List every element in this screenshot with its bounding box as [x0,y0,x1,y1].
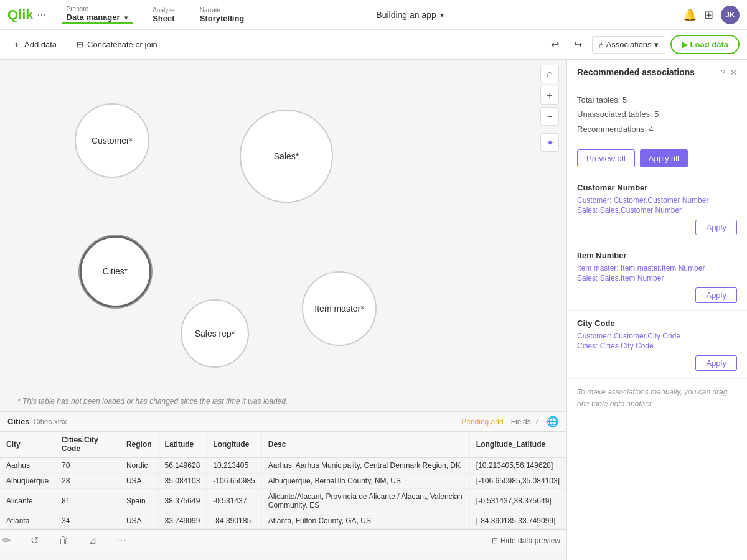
user-avatar[interactable]: JK [721,6,740,24]
hide-data-icon: ⊟ [492,536,498,545]
col-region: Region [120,432,158,457]
rec-card-rec2: Item Number Item master: Item master.Ite… [567,243,747,311]
right-panel: Recommended associations ? ✕ Total table… [566,60,747,560]
bubble-sales-rep[interactable]: Sales rep* [181,299,249,368]
table-cell-col0: Alicante [0,489,55,513]
bubble-customer[interactable]: Customer* [75,103,149,178]
table-cell-col5: Atlanta, Fulton County, GA, US [261,513,469,529]
table-cell-col0: Atlanta [0,513,55,529]
data-table-scroll[interactable]: City Cities.City Code Region Latitude Lo… [0,432,566,529]
more-options-icon[interactable]: ⋯ [114,532,129,549]
table-cell-col1: 34 [55,513,120,529]
nav-narrate-sub: Narrate [200,7,245,14]
rec-detail2-rec1: Sales: Sales.Customer Number [577,206,737,215]
help-icon[interactable]: ? [721,68,725,77]
magic-wand-button[interactable]: ✦ [540,133,559,152]
top-navigation: Qlik ··· Prepare Data manager ▾ Analyze … [0,0,747,30]
qlik-logo[interactable]: Qlik ··· [7,7,47,23]
table-cell-col4: -84.390185 [207,513,261,529]
col-longitude-latitude: Longitude_Latitude [469,432,566,457]
col-desc: Desc [261,432,469,457]
total-tables-stat: Total tables: 5 [577,93,737,107]
panel-header-icons: ? ✕ [721,68,737,77]
apply-button-rec1[interactable]: Apply [695,220,737,235]
concatenate-join-button[interactable]: ⊞ Concatenate or join [72,37,162,52]
apply-all-button[interactable]: Apply all [640,149,688,167]
rec-card-rec1: Customer Number Customer: Customer.Custo… [567,175,747,243]
zoom-out-button[interactable]: － [540,107,559,126]
close-panel-icon[interactable]: ✕ [730,68,737,77]
apply-button-rec3[interactable]: Apply [695,355,737,371]
notification-icon[interactable]: 🔔 [683,8,697,22]
canvas-section: Customer*Sales*Cities*Item master*Sales … [0,60,566,411]
associations-icon: ⑃ [599,40,604,50]
bubble-sales[interactable]: Sales* [240,110,333,203]
qlik-menu-dots[interactable]: ··· [37,8,47,21]
table-cell-col3: 33.749099 [158,513,207,529]
pending-add-label: Pending add [461,418,503,426]
table-cell-col1: 81 [55,489,120,513]
table-row[interactable]: Atlanta34USA33.749099-84.390185Atlanta, … [0,513,566,529]
cities-table: City Cities.City Code Region Latitude Lo… [0,432,566,529]
col-latitude: Latitude [158,432,207,457]
table-cell-col5: Albuquerque, Bernalillo County, NM, US [261,474,469,489]
panel-footer: To make associations manually, you can d… [567,379,747,418]
table-row[interactable]: Aarhus70Nordic56.14962810.213405Aarhus, … [0,457,566,474]
rec-detail2-rec2: Sales: Sales.Item Number [577,274,737,282]
delete-icon[interactable]: 🗑 [56,533,71,549]
hide-data-preview-button[interactable]: ⊟ Hide data preview [486,534,566,548]
table-cell-col3: 35.084103 [158,474,207,489]
table-cell-col0: Aarhus [0,457,55,474]
load-data-button[interactable]: ▶ Load data [670,35,740,54]
globe-icon[interactable]: 🌐 [547,416,559,427]
prepare-dropdown-arrow: ▾ [125,14,128,21]
recommendations-stat: Recommendations: 4 [577,122,737,136]
filter-icon[interactable]: ⊿ [86,532,99,549]
data-table-title: Cities [7,417,29,426]
table-cell-col1: 28 [55,474,120,489]
main-area: Customer*Sales*Cities*Item master*Sales … [0,60,747,560]
nav-analyze[interactable]: Analyze Sheet [148,7,180,23]
redo-button[interactable]: ↪ [569,36,587,53]
table-cell-col4: 10.213405 [207,457,261,474]
zoom-in-button[interactable]: ＋ [540,86,559,105]
main-content: Customer*Sales*Cities*Item master*Sales … [0,60,566,560]
table-row[interactable]: Alicante81Spain38.375649-0.531437Alicant… [0,489,566,513]
grid-icon[interactable]: ⊞ [704,8,713,22]
table-cell-col4: -0.531437 [207,489,261,513]
nav-prepare-sub: Prepare [67,6,128,12]
unassociated-tables-stat: Unassociated tables: 5 [577,107,737,121]
canvas-bubbles-area: Customer*Sales*Cities*Item master*Sales … [0,60,566,411]
nav-prepare[interactable]: Prepare Data manager ▾ [62,6,133,24]
table-cell-col6: [10.213405,56.149628] [469,457,566,474]
bubble-item-master[interactable]: Item master* [302,271,377,346]
table-cell-col2: USA [120,513,158,529]
col-city-code: Cities.City Code [55,432,120,457]
table-cell-col1: 70 [55,457,120,474]
apply-button-rec2[interactable]: Apply [695,287,737,303]
add-data-button[interactable]: ＋ Add data [7,37,62,53]
rec-card-rec3: City Code Customer: Customer.City Code C… [567,311,747,379]
rec-detail1-rec3: Customer: Customer.City Code [577,332,737,340]
table-toolbar: ✏ ↺ 🗑 ⊿ ⋯ ⊟ Hide data preview [0,529,566,551]
nav-narrate-main: Storytelling [200,14,245,23]
table-cell-col5: Alicante/Alacant, Provincia de Alicante … [261,489,469,513]
nav-narrate[interactable]: Narrate Storytelling [195,7,250,23]
undo-button[interactable]: ↩ [546,36,564,53]
table-row[interactable]: Albuquerque28USA35.084103-106.650985Albu… [0,474,566,489]
panel-actions: Preview all Apply all [567,144,747,175]
panel-stats: Total tables: 5 Unassociated tables: 5 R… [567,85,747,144]
bubble-cities[interactable]: Cities* [80,236,151,307]
refresh-icon[interactable]: ↺ [28,532,41,549]
app-title-center: Building an app ▾ [376,10,444,20]
rec-detail1-rec2: Item master: Item master.Item Number [577,264,737,273]
edit-pencil-icon[interactable]: ✏ [0,532,13,549]
nav-right-icons: 🔔 ⊞ JK [683,6,740,24]
rec-detail1-rec1: Customer: Customer.Customer Number [577,196,737,205]
preview-all-button[interactable]: Preview all [577,149,635,167]
rec-title-rec1: Customer Number [577,183,737,192]
associations-button[interactable]: ⑃ Associations ▾ [592,36,665,54]
home-zoom-button[interactable]: ⌂ [540,65,559,83]
data-table-header: Cities Cities.xlsx Pending add Fields: 7… [0,412,566,432]
table-cell-col0: Albuquerque [0,474,55,489]
